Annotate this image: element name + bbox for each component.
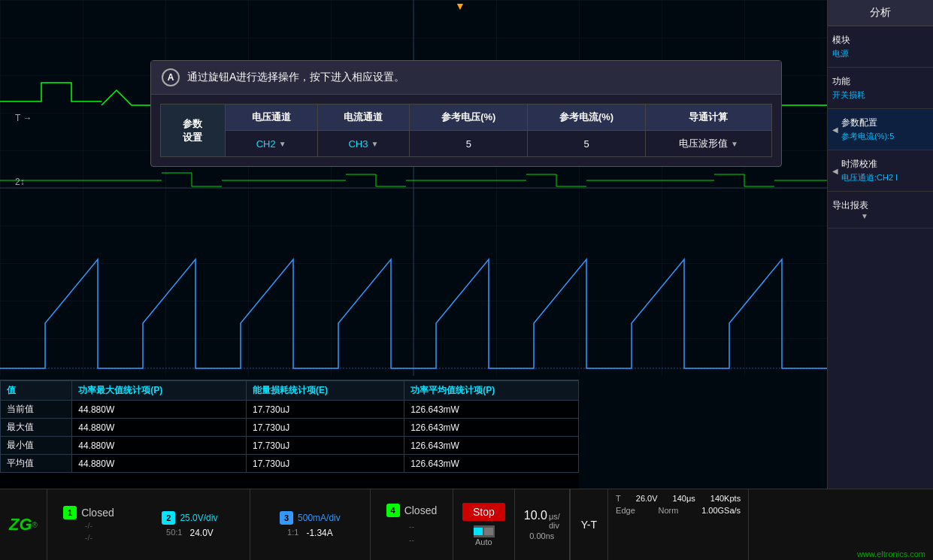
trigger-time: 140μs xyxy=(673,494,695,503)
stats-cell-3-0: 44.880W xyxy=(72,455,247,473)
stop-section: Stop Auto xyxy=(453,489,515,560)
sidebar-timecalib-label: 时滞校准 xyxy=(841,158,898,171)
sidebar-item-time-calib[interactable]: ◀ 时滞校准 电压通道:CH2 I xyxy=(828,150,933,192)
ch4-top-row: 4 Closed xyxy=(377,504,447,517)
stats-table: 值 功率最大值统计项(P) 能量损耗统计项(E) 功率平均值统计项(P) 当前值… xyxy=(0,380,579,473)
bottom-bar: ZG ® 1 Closed -/- -/- 2 25.0V/div 50:1 xyxy=(0,489,933,560)
trigger-t-label: T xyxy=(616,494,621,503)
sidebar-item-module[interactable]: 模块 电源 xyxy=(828,26,933,68)
val-ch2[interactable]: CH2 ▼ xyxy=(225,131,317,157)
stats-cell-2-2: 126.643mW xyxy=(404,437,579,455)
stats-cell-0-2: 126.643mW xyxy=(404,401,579,419)
waveform-blue xyxy=(0,0,827,376)
col-ref-voltage[interactable]: 参考电压(%) xyxy=(410,104,528,131)
val-ch3[interactable]: CH3 ▼ xyxy=(317,131,410,157)
sidebar-timecalib-sub: 电压通道:CH2 I xyxy=(841,172,898,183)
ch2-ratio: 50:1 xyxy=(166,528,182,538)
val-conduction[interactable]: 电压波形值 ▼ xyxy=(645,131,771,157)
ch2-volt-div: 25.0V/div xyxy=(180,513,217,523)
ch4-indicator[interactable]: 4 Closed -- -- xyxy=(371,489,453,560)
trigger-info: T 26.0V 140μs 140Kpts Edge Norm 1.00GSa/… xyxy=(608,489,749,560)
stats-row-3: 平均值44.880W17.730uJ126.643mW xyxy=(1,455,579,473)
right-sidebar: 分析 模块 电源 功能 开关损耗 ◀ 参数配置 参考电流(%):5 ◀ 时滞校准… xyxy=(827,0,933,489)
ch4-closed: Closed xyxy=(404,504,438,516)
ch2-trigger-icon xyxy=(474,525,495,537)
stats-col-1: 功率最大值统计项(P) xyxy=(72,381,247,401)
ch1-badge: 1 xyxy=(63,506,77,519)
mode-label: Y-T xyxy=(581,519,597,531)
ch4-dashes-top: -- xyxy=(409,522,414,531)
stats-cell-2-0: 44.880W xyxy=(72,437,247,455)
auto-label: Auto xyxy=(475,537,492,546)
ch4-dashes-bottom: -- xyxy=(409,535,414,544)
ch1-indicator[interactable]: 1 Closed -/- -/- xyxy=(47,489,130,560)
ch1-top-row: 1 Closed xyxy=(53,506,124,519)
stats-cell-1-2: 126.643mW xyxy=(404,419,579,437)
ch4-badge: 4 xyxy=(386,504,400,517)
sidebar-export-label: 导出报表 xyxy=(832,199,868,212)
zlg-reg: ® xyxy=(32,521,38,529)
sidebar-item-param-config[interactable]: ◀ 参数配置 参考电流(%):5 xyxy=(828,109,933,150)
sidebar-item-export[interactable]: 导出报表 ▼ xyxy=(828,192,933,229)
trigger-marker: ▼ xyxy=(455,0,465,12)
stats-cell-3-1: 17.730uJ xyxy=(246,455,404,473)
trigger-mem: 140Kpts xyxy=(710,494,741,503)
sidebar-param-label: 参数配置 xyxy=(841,117,894,129)
time-calib-arrow: ◀ xyxy=(832,167,838,175)
col-current[interactable]: 电流通道 xyxy=(317,104,410,131)
stats-col-2: 能量损耗统计项(E) xyxy=(246,381,404,401)
stats-cell-1-1: 17.730uJ xyxy=(246,419,404,437)
sidebar-function-label: 功能 xyxy=(832,75,865,88)
stats-cell-3-2: 126.643mW xyxy=(404,455,579,473)
zlg-logo-container: ZG ® xyxy=(0,489,47,560)
stats-row-1: 最大值44.880W17.730uJ126.643mW xyxy=(1,419,579,437)
ch1-closed: Closed xyxy=(81,507,114,519)
stats-label-0: 当前值 xyxy=(1,401,72,419)
val-ref-i[interactable]: 5 xyxy=(528,131,646,157)
stats-area: 值 功率最大值统计项(P) 能量损耗统计项(E) 功率平均值统计项(P) 当前值… xyxy=(0,380,579,489)
trigger-row-1: T 26.0V 140μs 140Kpts xyxy=(616,494,741,503)
ch2-label: 2↕ xyxy=(15,177,25,187)
ch2-indicator[interactable]: 2 25.0V/div 50:1 24.0V xyxy=(130,489,250,560)
sidebar-item-function[interactable]: 功能 开关损耗 xyxy=(828,68,933,109)
stats-col-0: 值 xyxy=(1,381,72,401)
col-ref-current[interactable]: 参考电流(%) xyxy=(528,104,646,131)
col-voltage[interactable]: 电压通道 xyxy=(225,104,317,131)
stats-label-1: 最大值 xyxy=(1,419,72,437)
zlg-logo: ZG xyxy=(9,515,32,534)
ch2-offset: 24.0V xyxy=(189,528,213,538)
val-ref-v[interactable]: 5 xyxy=(410,131,528,157)
ch1-dashes-top: -/- xyxy=(85,521,92,530)
edge-label: Edge xyxy=(616,506,635,515)
popup-icon: A xyxy=(162,68,180,86)
ch-T-label: T → xyxy=(15,113,32,123)
sidebar-module-label: 模块 xyxy=(832,34,850,47)
trigger-row-2: Edge Norm 1.00GSa/s xyxy=(616,506,741,515)
mode-area[interactable]: Y-T xyxy=(570,489,608,560)
bottom-main: ZG ® 1 Closed -/- -/- 2 25.0V/div 50:1 xyxy=(0,489,749,560)
sidebar-title: 分析 xyxy=(828,0,933,26)
stats-col-3: 功率平均值统计项(P) xyxy=(404,381,579,401)
popup-dialog: A 通过旋钮A进行选择操作，按下进入相应设置。 参数设置 电压通道 电流通道 参… xyxy=(150,60,782,167)
watermark: www.eltronics.com xyxy=(857,549,925,558)
param-table: 参数设置 电压通道 电流通道 参考电压(%) 参考电流(%) 导通计算 CH2 … xyxy=(160,104,772,157)
stats-label-2: 最小值 xyxy=(1,437,72,455)
col-conduction[interactable]: 导通计算 xyxy=(645,104,771,131)
popup-title: 通过旋钮A进行选择操作，按下进入相应设置。 xyxy=(187,71,404,84)
popup-body: 参数设置 电压通道 电流通道 参考电压(%) 参考电流(%) 导通计算 CH2 … xyxy=(151,95,781,166)
ch2-badge: 2 xyxy=(162,511,175,525)
time-div-area[interactable]: 10.0 μs/div 0.00ns xyxy=(515,489,570,560)
sidebar-function-sub: 开关损耗 xyxy=(832,89,865,101)
stats-cell-0-0: 44.880W xyxy=(72,401,247,419)
stats-cell-2-1: 17.730uJ xyxy=(246,437,404,455)
stats-cell-1-0: 44.880W xyxy=(72,419,247,437)
time-unit: μs/div xyxy=(549,512,560,530)
ch3-indicator[interactable]: 3 500mA/div 1:1 -1.34A xyxy=(250,489,371,560)
param-config-arrow: ◀ xyxy=(832,126,838,134)
stats-row-0: 当前值44.880W17.730uJ126.643mW xyxy=(1,401,579,419)
sample-rate: 1.00GSa/s xyxy=(701,506,741,515)
ch1-dashes-bottom: -/- xyxy=(85,533,92,542)
ch3-ratio: 1:1 xyxy=(287,528,298,538)
popup-header: A 通过旋钮A进行选择操作，按下进入相应设置。 xyxy=(151,61,781,95)
stop-button[interactable]: Stop xyxy=(462,503,505,521)
